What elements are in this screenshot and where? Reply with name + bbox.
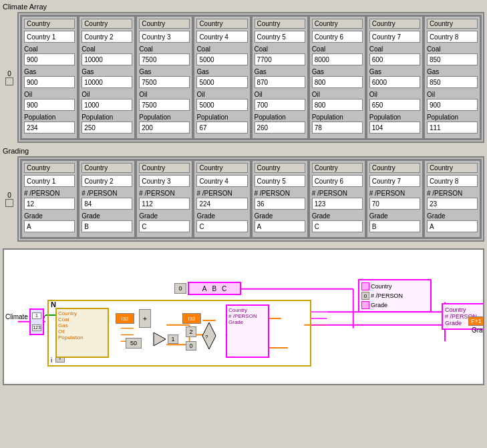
grading-grade-label-2: Grade	[139, 212, 190, 220]
grading-grade-input-4[interactable]	[255, 220, 305, 232]
grading-grade-input-6[interactable]	[369, 220, 420, 232]
climate-name-input-1[interactable]	[82, 31, 132, 43]
grading-name-input-2[interactable]	[139, 175, 190, 187]
grading-col-header-5: Country	[312, 163, 363, 173]
climate-oil-label-6: Oil	[369, 91, 420, 98]
grading-grade-label-5: Grade	[312, 212, 363, 220]
climate-coal-input-5[interactable]	[312, 53, 363, 65]
climate-gas-input-0[interactable]	[24, 76, 75, 88]
climate-oil-input-5[interactable]	[312, 99, 363, 111]
grading-perperson-label-7: # /PERSON	[427, 190, 478, 197]
climate-oil-input-4[interactable]	[255, 99, 305, 111]
climate-pop-input-2[interactable]	[139, 122, 190, 134]
input-cluster-box: Country Coal Gas Oil Population	[55, 308, 109, 358]
grading-name-input-6[interactable]	[369, 175, 420, 187]
climate-gas-input-1[interactable]	[82, 76, 132, 88]
climate-col-header-5: Country	[312, 19, 363, 29]
for-loop-i-label: i	[51, 357, 52, 364]
grading-name-group-1	[82, 175, 132, 187]
climate-name-group-4	[255, 31, 305, 43]
climate-gas-input-7[interactable]	[427, 76, 478, 88]
climate-pop-group-3: Population	[196, 114, 247, 134]
grading-grade-label-7: Grade	[427, 212, 478, 220]
grading-perperson-group-3: # /PERSON	[196, 190, 247, 210]
climate-col-header-1: Country	[82, 19, 132, 29]
climate-name-input-3[interactable]	[196, 31, 247, 43]
climate-name-input-2[interactable]	[139, 31, 190, 43]
climate-oil-input-6[interactable]	[369, 99, 420, 111]
climate-coal-input-6[interactable]	[369, 53, 420, 65]
climate-coal-input-7[interactable]	[427, 53, 478, 65]
climate-pop-input-3[interactable]	[196, 122, 247, 134]
grading-grade-input-3[interactable]	[196, 220, 247, 232]
climate-coal-input-2[interactable]	[139, 53, 190, 65]
grading-col-5: Country # /PERSON Grade	[309, 160, 365, 238]
grading-perperson-input-2[interactable]	[139, 198, 190, 210]
svg-text:?: ?	[205, 334, 208, 340]
grading-col-1: Country # /PERSON Grade	[79, 160, 135, 238]
climate-coal-input-3[interactable]	[196, 53, 247, 65]
grading-perperson-input-4[interactable]	[255, 198, 305, 210]
grading-perperson-label-3: # /PERSON	[196, 190, 247, 197]
grading-perperson-input-6[interactable]	[369, 198, 420, 210]
climate-coal-group-2: Coal	[139, 45, 190, 65]
svg-marker-31	[202, 322, 216, 349]
grading-perperson-input-0[interactable]	[24, 198, 75, 210]
climate-pop-input-6[interactable]	[369, 122, 420, 134]
climate-name-input-6[interactable]	[369, 31, 420, 43]
climate-name-input-7[interactable]	[427, 31, 478, 43]
climate-oil-input-0[interactable]	[24, 99, 75, 111]
climate-name-input-4[interactable]	[255, 31, 305, 43]
climate-col-header-4: Country	[255, 19, 305, 29]
grading-grade-input-5[interactable]	[312, 220, 363, 232]
climate-gas-input-5[interactable]	[312, 76, 363, 88]
grading-grade-input-1[interactable]	[82, 220, 132, 232]
climate-pop-input-7[interactable]	[427, 122, 478, 134]
climate-pop-input-1[interactable]	[82, 122, 132, 134]
grading-col-0: Country # /PERSON Grade	[21, 160, 77, 238]
climate-gas-input-3[interactable]	[196, 76, 247, 88]
grading-perperson-input-5[interactable]	[312, 198, 363, 210]
climate-oil-input-3[interactable]	[196, 99, 247, 111]
grading-perperson-input-1[interactable]	[82, 198, 132, 210]
select-operator: ?	[201, 321, 217, 351]
grading-name-input-7[interactable]	[427, 175, 478, 187]
climate-col-7: Country Coal Gas Oil Population	[424, 16, 480, 139]
grading-perperson-input-7[interactable]	[427, 198, 478, 210]
climate-name-input-0[interactable]	[24, 31, 75, 43]
grading-name-input-3[interactable]	[196, 175, 247, 187]
climate-name-group-1	[82, 31, 132, 43]
climate-pop-input-5[interactable]	[312, 122, 363, 134]
grading-name-input-0[interactable]	[24, 175, 75, 187]
climate-gas-input-6[interactable]	[369, 76, 420, 88]
climate-pop-group-4: Population	[255, 114, 305, 134]
climate-pop-label-2: Population	[139, 114, 190, 121]
grading-grade-label-6: Grade	[369, 212, 420, 220]
climate-gas-input-4[interactable]	[255, 76, 305, 88]
climate-oil-input-1[interactable]	[82, 99, 132, 111]
grading-name-input-4[interactable]	[255, 175, 305, 187]
grading-grade-input-2[interactable]	[139, 220, 190, 232]
climate-coal-input-0[interactable]	[24, 53, 75, 65]
climate-gas-group-7: Gas	[427, 68, 478, 88]
climate-name-input-5[interactable]	[312, 31, 363, 43]
grading-grade-input-7[interactable]	[427, 220, 478, 232]
grading-name-input-5[interactable]	[312, 175, 363, 187]
climate-coal-input-1[interactable]	[82, 53, 132, 65]
climate-coal-input-4[interactable]	[255, 53, 305, 65]
grading-name-input-1[interactable]	[82, 175, 132, 187]
climate-oil-input-7[interactable]	[427, 99, 478, 111]
climate-oil-input-2[interactable]	[139, 99, 190, 111]
grading-grade-input-0[interactable]	[24, 220, 75, 232]
climate-gas-group-5: Gas	[312, 68, 363, 88]
grading-perperson-group-4: # /PERSON	[255, 190, 305, 210]
climate-gas-input-2[interactable]	[139, 76, 190, 88]
climate-pop-input-0[interactable]	[24, 122, 75, 134]
grading-diagram-label: Grading	[472, 326, 484, 334]
climate-pop-group-2: Population	[139, 114, 190, 134]
grading-perperson-input-3[interactable]	[196, 198, 247, 210]
climate-gas-label-5: Gas	[312, 68, 363, 75]
climate-pop-input-4[interactable]	[255, 122, 305, 134]
block-diagram-section: Climate Array 1 123 N i i Country Coal G…	[3, 248, 484, 385]
svg-marker-30	[154, 332, 166, 346]
